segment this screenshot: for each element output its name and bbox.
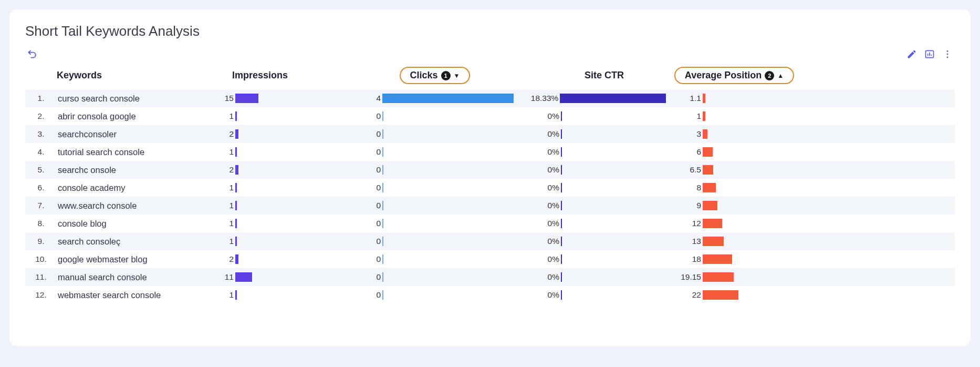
ctr-bar	[561, 237, 562, 246]
th-position[interactable]: Average Position 2 ▲	[666, 67, 802, 84]
th-keywords[interactable]: Keywords	[57, 70, 204, 81]
ctr-cell: 0%	[519, 165, 666, 175]
position-value: 12	[666, 219, 703, 228]
row-index: 4.	[25, 147, 57, 157]
table-row[interactable]: 2.abrir consola google100%1	[25, 107, 955, 125]
th-impressions[interactable]: Impressions	[204, 70, 351, 81]
ctr-cell: 0%	[519, 111, 666, 121]
row-index: 11.	[25, 272, 57, 282]
table-row[interactable]: 3.searchconsoler200%3	[25, 125, 955, 143]
ctr-value: 0%	[519, 201, 561, 210]
position-bar	[703, 183, 716, 192]
clicks-value: 0	[351, 111, 382, 121]
position-cell: 6	[666, 147, 802, 157]
impressions-bar	[235, 201, 237, 210]
ctr-value: 0%	[519, 183, 561, 192]
position-cell: 12	[666, 219, 802, 228]
th-clicks[interactable]: Clicks 1 ▼	[351, 67, 519, 84]
row-index: 8.	[25, 219, 57, 228]
table-row[interactable]: 10.google webmaster blog200%18	[25, 250, 955, 268]
clicks-bar	[382, 219, 383, 228]
row-index: 2.	[25, 111, 57, 121]
position-bar	[703, 272, 734, 282]
chart-icon[interactable]	[924, 49, 935, 62]
clicks-value: 0	[351, 183, 382, 192]
table-row[interactable]: 4.tutorial search console100%6	[25, 143, 955, 161]
keywords-table: Keywords Impressions Clicks 1 ▼ Site CTR…	[25, 64, 955, 304]
clicks-value: 0	[351, 290, 382, 300]
th-ctr[interactable]: Site CTR	[519, 70, 666, 81]
ctr-cell: 0%	[519, 147, 666, 157]
position-sort-pill[interactable]: Average Position 2 ▲	[674, 67, 794, 84]
table-row[interactable]: 11.manual search console1100%19.15	[25, 268, 955, 286]
ctr-cell: 0%	[519, 219, 666, 228]
table-row[interactable]: 7.www.search console100%9	[25, 197, 955, 215]
ctr-value: 0%	[519, 254, 561, 264]
keyword-cell: abrir consola google	[57, 111, 204, 121]
position-cell: 18	[666, 254, 802, 264]
table-row[interactable]: 5.searchc onsole200%6.5	[25, 161, 955, 179]
position-value: 1.1	[666, 94, 703, 103]
keyword-cell: www.search console	[57, 201, 204, 211]
clicks-value: 0	[351, 129, 382, 139]
svg-point-1	[947, 50, 948, 52]
undo-icon[interactable]	[27, 49, 38, 62]
clicks-value: 0	[351, 254, 382, 264]
table-row[interactable]: 6.console academy100%8	[25, 179, 955, 197]
impressions-value: 1	[204, 147, 235, 157]
ctr-cell: 0%	[519, 237, 666, 246]
impressions-bar	[235, 111, 237, 121]
impressions-bar	[235, 219, 237, 228]
position-cell: 19.15	[666, 272, 802, 282]
position-bar	[703, 147, 713, 157]
th-position-label: Average Position	[685, 70, 762, 81]
ctr-bar	[561, 129, 562, 139]
row-index: 10.	[25, 254, 57, 264]
clicks-value: 0	[351, 237, 382, 246]
impressions-bar	[235, 165, 238, 175]
toolbar	[25, 49, 955, 64]
clicks-value: 4	[351, 94, 382, 103]
table-row[interactable]: 1.curso search console15418.33%1.1	[25, 89, 955, 107]
clicks-sort-pill[interactable]: Clicks 1 ▼	[400, 67, 471, 84]
pencil-icon[interactable]	[906, 49, 917, 62]
clicks-cell: 0	[351, 237, 519, 246]
position-value: 8	[666, 183, 703, 192]
clicks-bar	[382, 183, 383, 192]
impressions-bar	[235, 129, 238, 139]
row-index: 7.	[25, 201, 57, 210]
ctr-value: 0%	[519, 237, 561, 246]
card-title: Short Tail Keywords Analysis	[25, 23, 955, 39]
impressions-bar	[235, 272, 252, 282]
position-value: 3	[666, 129, 703, 139]
position-value: 13	[666, 237, 703, 246]
keyword-cell: console blog	[57, 219, 204, 229]
ctr-bar	[561, 183, 562, 192]
impressions-cell: 1	[204, 290, 351, 300]
ctr-value: 18.33%	[519, 94, 560, 103]
clicks-bar	[382, 165, 383, 175]
position-cell: 1.1	[666, 94, 802, 103]
impressions-cell: 11	[204, 272, 351, 282]
caret-up-icon: ▲	[777, 72, 784, 79]
keyword-cell: manual search console	[57, 272, 204, 282]
impressions-cell: 1	[204, 219, 351, 228]
table-row[interactable]: 9.search consoleç100%13	[25, 232, 955, 250]
clicks-cell: 0	[351, 183, 519, 192]
position-bar	[703, 94, 705, 103]
clicks-bar	[382, 254, 383, 264]
clicks-cell: 0	[351, 254, 519, 264]
impressions-value: 11	[204, 272, 235, 282]
impressions-value: 2	[204, 129, 235, 139]
row-index: 1.	[25, 94, 57, 103]
table-row[interactable]: 8.console blog100%12	[25, 215, 955, 232]
ctr-bar	[561, 219, 562, 228]
more-vert-icon[interactable]	[942, 49, 953, 62]
keyword-cell: tutorial search console	[57, 147, 204, 157]
clicks-bar	[382, 290, 383, 300]
table-row[interactable]: 12.webmaster search console100%22	[25, 286, 955, 304]
impressions-value: 1	[204, 237, 235, 246]
row-index: 9.	[25, 237, 57, 246]
impressions-value: 1	[204, 201, 235, 210]
row-index: 3.	[25, 129, 57, 139]
